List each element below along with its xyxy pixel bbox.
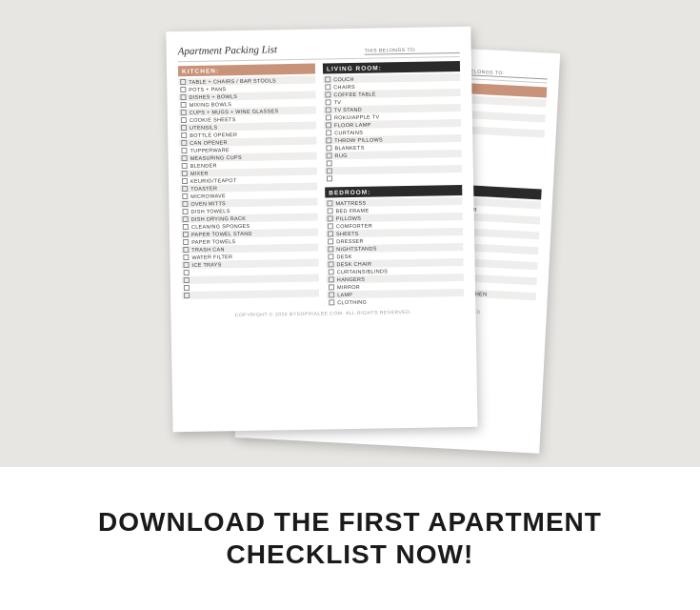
cta-headline: DOWNLOAD THE FIRST APARTMENT CHECKLIST N…: [19, 506, 681, 570]
list-item: CLOTHING: [327, 296, 464, 307]
checklist-preview-area: Apartment Packing List THIS BELONGS TO: …: [0, 0, 700, 467]
kitchen-section-header: KITCHEN:: [177, 64, 314, 77]
list-item: [182, 290, 319, 300]
cta-section: DOWNLOAD THE FIRST APARTMENT CHECKLIST N…: [0, 467, 700, 610]
living-room-section-header: LIVING ROOM:: [322, 61, 459, 74]
checklist-front-page: Apartment Packing List THIS BELONGS TO: …: [166, 27, 477, 433]
front-page-title: Apartment Packing List: [177, 43, 277, 56]
bedroom-section-header: BEDROOM:: [325, 185, 462, 198]
front-belongs-to: THIS BELONGS TO:: [364, 46, 459, 55]
front-copyright: COPYRIGHT © 2020 BYSOPHIALEE.COM. ALL RI…: [182, 308, 464, 318]
